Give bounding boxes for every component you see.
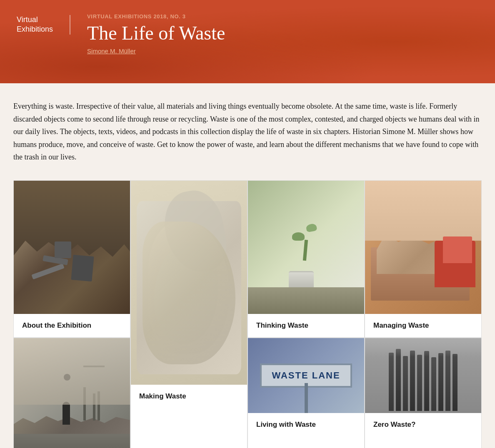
card-living-label: Living with Waste — [248, 413, 364, 436]
card-power[interactable]: The Power of Waste — [13, 338, 130, 448]
card-making-label: Making Waste — [131, 385, 247, 408]
card-managing[interactable]: Managing Waste — [365, 180, 482, 338]
author-link[interactable]: Simone M. Müller — [87, 47, 225, 55]
main-content: Everything is waste. Irrespective of the… — [0, 83, 495, 448]
card-zero-image — [365, 338, 481, 413]
card-about-label: About the Exhibition — [14, 314, 130, 337]
card-thinking-label: Thinking Waste — [248, 314, 364, 337]
logo-full-text: VirtualExhibitions — [17, 15, 53, 35]
card-thinking[interactable]: Thinking Waste — [248, 180, 365, 338]
card-managing-image — [365, 181, 481, 314]
card-living[interactable]: WASTE LANE Living with Waste — [248, 338, 365, 448]
card-zero[interactable]: Zero Waste? — [365, 338, 482, 448]
card-power-image — [14, 338, 130, 448]
card-making[interactable]: Making Waste — [130, 180, 248, 448]
card-thinking-image — [248, 181, 364, 314]
card-zero-label: Zero Waste? — [365, 413, 481, 436]
page-header: Virtual VirtualExhibitions VIRTUAL EXHIB… — [0, 0, 495, 83]
header-content: VIRTUAL EXHIBITIONS 2018, NO. 3 The Life… — [87, 12, 225, 55]
card-managing-label: Managing Waste — [365, 314, 481, 337]
exhibition-title: The Life of Waste — [87, 23, 225, 44]
description-text: Everything is waste. Irrespective of the… — [13, 100, 480, 164]
card-living-image: WASTE LANE — [248, 338, 364, 413]
card-making-image — [131, 181, 247, 385]
exhibition-meta: VIRTUAL EXHIBITIONS 2018, NO. 3 — [87, 13, 225, 20]
cards-grid: About the Exhibition Making Waste — [13, 180, 482, 448]
card-about-image — [14, 181, 130, 314]
card-about[interactable]: About the Exhibition — [13, 180, 130, 338]
